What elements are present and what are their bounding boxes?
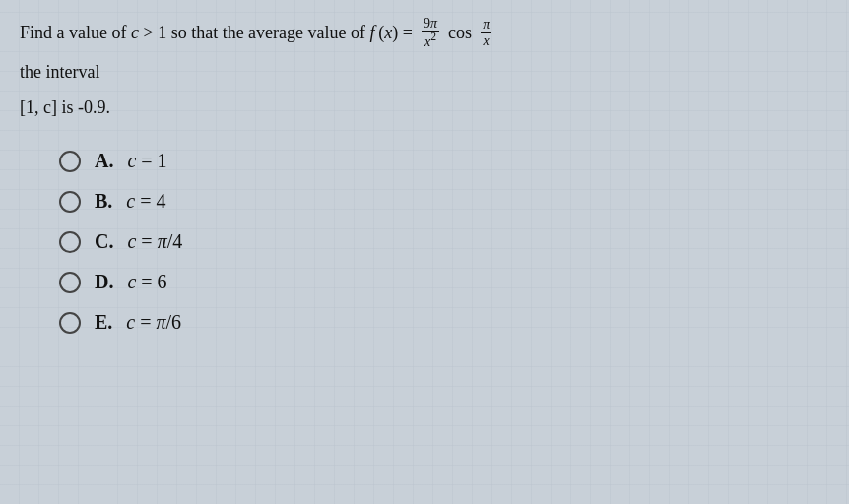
label-E: E.	[95, 311, 112, 334]
cos-frac-numerator: π	[481, 17, 491, 32]
radio-C[interactable]	[59, 231, 81, 253]
options-container: A. c = 1 B. c = 4 C. c = π/4 D. c = 6 E.…	[20, 150, 829, 334]
cos-text: cos	[444, 23, 475, 42]
question-line3: [1, c] is -0.9.	[20, 94, 829, 122]
option-A[interactable]: A. c = 1	[59, 150, 829, 172]
label-D: D.	[95, 271, 113, 293]
cos-fraction: π x	[481, 17, 491, 48]
main-fraction: 9π x2	[422, 16, 439, 49]
frac-numerator: 9π	[422, 16, 439, 32]
question-line2: the interval	[20, 59, 829, 87]
radio-D[interactable]	[59, 272, 81, 293]
cos-frac-denominator: x	[482, 33, 491, 48]
line2-text: the interval	[20, 62, 99, 82]
option-D[interactable]: D. c = 6	[59, 271, 829, 293]
label-C: C.	[95, 230, 113, 253]
value-B: c = 4	[126, 190, 165, 213]
value-E: c = π/6	[126, 311, 181, 334]
label-A: A.	[95, 150, 113, 172]
value-A: c = 1	[127, 150, 166, 172]
option-B[interactable]: B. c = 4	[59, 190, 829, 213]
radio-A[interactable]	[59, 151, 81, 172]
line3-text: [1, c] is -0.9.	[20, 97, 110, 117]
option-C[interactable]: C. c = π/4	[59, 230, 829, 253]
question-block: Find a value of c > 1 so that the averag…	[20, 18, 829, 130]
radio-E[interactable]	[59, 312, 81, 334]
frac-denominator: x2	[423, 32, 438, 49]
label-B: B.	[95, 190, 112, 213]
value-D: c = 6	[127, 271, 166, 293]
q-prefix: Find a value of c > 1 so that the averag…	[20, 23, 416, 42]
option-E[interactable]: E. c = π/6	[59, 311, 829, 334]
radio-B[interactable]	[59, 191, 81, 213]
value-C: c = π/4	[127, 230, 182, 253]
question-text: Find a value of c > 1 so that the averag…	[20, 18, 829, 51]
